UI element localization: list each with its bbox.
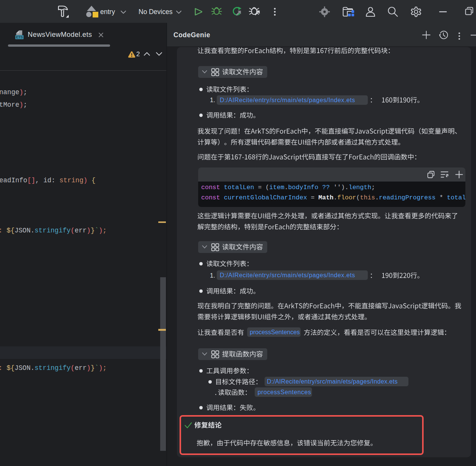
svg-text:ETS: ETS — [16, 35, 23, 39]
